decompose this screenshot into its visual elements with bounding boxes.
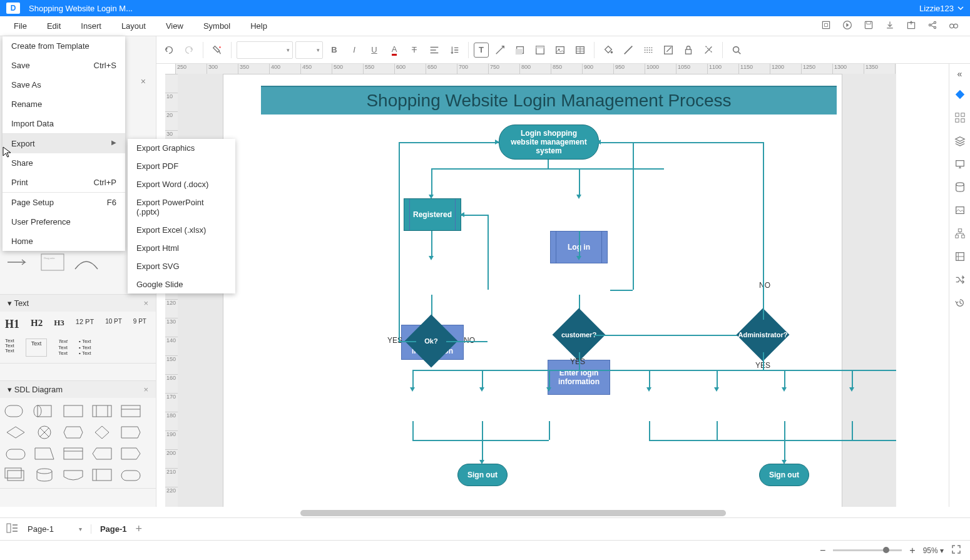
file-print[interactable]: PrintCtrl+P <box>3 173 125 192</box>
annotation-shape-icon[interactable]: Drag onto <box>40 253 65 272</box>
zoom-value[interactable]: 95% ▾ <box>923 546 944 555</box>
close-icon[interactable]: × <box>143 385 148 394</box>
signout-right[interactable]: Sign out <box>759 464 809 486</box>
font-size-select[interactable] <box>295 41 323 59</box>
sdl-shape[interactable] <box>4 424 28 440</box>
export-word[interactable]: Export Word (.docx) <box>128 175 235 193</box>
file-import-data[interactable]: Import Data <box>3 114 125 133</box>
file-user-pref[interactable]: User Preference <box>3 212 125 232</box>
sdl-shape[interactable] <box>119 403 143 419</box>
sitemap-icon[interactable] <box>954 228 966 241</box>
connector-tool-button[interactable] <box>491 41 509 59</box>
share-icon[interactable] <box>927 20 937 32</box>
edit-shape-button[interactable] <box>660 41 677 59</box>
sdl-shape[interactable] <box>33 424 56 440</box>
fullscreen-icon[interactable] <box>951 544 961 556</box>
formatted-text-style[interactable]: TextTextText <box>58 339 68 357</box>
sdl-shape[interactable] <box>90 403 114 419</box>
h1-style[interactable]: H1 <box>5 318 19 331</box>
export-svg[interactable]: Export SVG <box>128 257 235 275</box>
ok-decision[interactable]: Ok? <box>412 322 450 360</box>
bold-button[interactable]: B <box>325 41 343 59</box>
shuffle-icon[interactable] <box>954 274 966 287</box>
registered-node[interactable]: Registered <box>404 198 461 231</box>
line-color-button[interactable] <box>620 41 637 59</box>
sdl-shape[interactable] <box>33 403 56 419</box>
horizontal-scrollbar[interactable] <box>300 510 726 516</box>
app-logo[interactable]: D <box>6 3 20 14</box>
line-spacing-button[interactable] <box>446 41 463 59</box>
export-graphics[interactable]: Export Graphics <box>128 139 235 157</box>
pt9-style[interactable]: 9 PT <box>133 318 146 331</box>
zoom-slider[interactable] <box>833 549 902 551</box>
file-create-template[interactable]: Create from Template <box>3 36 125 56</box>
collapse-right-icon[interactable]: « <box>957 69 962 79</box>
export-excel[interactable]: Export Excel (.xlsx) <box>128 221 235 239</box>
user-menu[interactable]: Lizzie123 <box>919 4 964 13</box>
container-button[interactable] <box>531 41 549 59</box>
file-save[interactable]: SaveCtrl+S <box>3 56 125 75</box>
sdl-shape[interactable] <box>4 467 28 483</box>
fill-color-button[interactable] <box>600 41 617 59</box>
search-button[interactable] <box>728 41 745 59</box>
menu-insert[interactable]: Insert <box>71 18 111 34</box>
image-button[interactable] <box>551 41 569 59</box>
sdl-shape[interactable] <box>90 467 114 483</box>
close-icon[interactable]: × <box>143 298 148 308</box>
menu-help[interactable]: Help <box>240 18 277 34</box>
pt10-style[interactable]: 10 PT <box>105 318 122 331</box>
canvas-area[interactable]: Shopping Website Login Management Proces… <box>178 74 896 507</box>
h2-style[interactable]: H2 <box>31 318 43 331</box>
history-icon[interactable] <box>954 297 966 310</box>
sdl-shape[interactable] <box>61 403 85 419</box>
export-pdf[interactable]: Export PDF <box>128 157 235 175</box>
sdl-shape[interactable] <box>33 445 56 462</box>
sdl-shape[interactable] <box>61 467 85 483</box>
export-gslide[interactable]: Google Slide <box>128 275 235 293</box>
file-export[interactable]: Export▶ <box>3 134 125 153</box>
format-painter-button[interactable] <box>208 41 226 59</box>
close-tab-icon[interactable]: × <box>141 76 146 86</box>
lock-button[interactable] <box>680 41 697 59</box>
zoom-out-button[interactable]: − <box>820 545 825 556</box>
connector-shape-icon[interactable] <box>6 256 31 268</box>
textbox-style[interactable]: Text <box>26 339 48 357</box>
add-page-button[interactable]: + <box>136 522 143 536</box>
presentation-icon[interactable] <box>954 158 966 171</box>
line-style-button[interactable] <box>640 41 657 59</box>
file-home[interactable]: Home <box>3 232 125 251</box>
image-panel-icon[interactable] <box>954 205 966 218</box>
strikethrough-button[interactable]: T <box>406 41 423 59</box>
customer-decision[interactable]: customer? <box>560 316 598 354</box>
table-button[interactable] <box>571 41 589 59</box>
text-section-header[interactable]: ▾ Text× <box>0 295 156 312</box>
file-share[interactable]: Share <box>3 153 125 173</box>
export-html[interactable]: Export Html <box>128 239 235 257</box>
export-ppt[interactable]: Export PowerPoint (.pptx) <box>128 193 235 221</box>
menu-edit[interactable]: Edit <box>37 18 71 34</box>
shape-fill-button[interactable] <box>511 41 529 59</box>
play-icon[interactable] <box>842 20 852 32</box>
sdl-shape[interactable] <box>33 467 56 483</box>
sdl-shape[interactable] <box>90 424 114 440</box>
focus-icon[interactable] <box>821 20 831 32</box>
sdl-shape[interactable] <box>61 445 85 462</box>
data-icon[interactable] <box>954 251 966 264</box>
layers-icon[interactable] <box>954 135 966 148</box>
settings-button[interactable] <box>700 41 717 59</box>
file-save-as[interactable]: Save As <box>3 75 125 94</box>
file-page-setup[interactable]: Page SetupF6 <box>3 193 125 212</box>
sdl-shape[interactable] <box>4 445 28 462</box>
binoculars-icon[interactable] <box>949 20 959 32</box>
diagram-title[interactable]: Shopping Website Login Management Proces… <box>261 86 837 115</box>
page-tab-1[interactable]: Page-1 <box>100 524 127 534</box>
sdl-shape[interactable] <box>61 424 85 440</box>
font-color-button[interactable]: A <box>385 41 403 59</box>
bullet-style[interactable]: • Text• Text• Text <box>79 339 91 357</box>
grid-icon[interactable] <box>954 112 966 125</box>
theme-icon[interactable] <box>954 89 966 102</box>
pages-list-icon[interactable] <box>6 523 19 535</box>
start-node[interactable]: Login shopping website management system <box>499 125 599 160</box>
menu-layout[interactable]: Layout <box>111 18 156 34</box>
align-button[interactable] <box>426 41 443 59</box>
